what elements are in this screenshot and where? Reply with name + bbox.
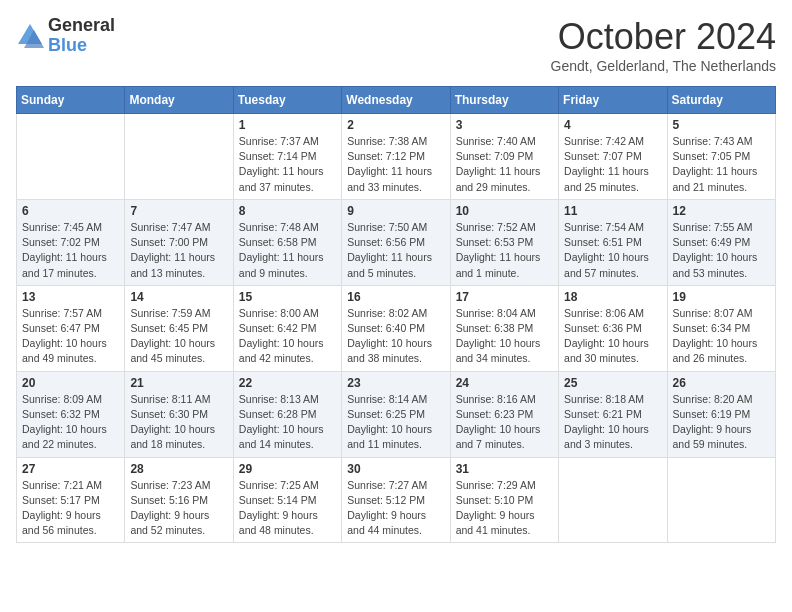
day-info: Sunrise: 7:21 AM Sunset: 5:17 PM Dayligh… (22, 478, 119, 539)
day-number: 3 (456, 118, 553, 132)
calendar-cell: 11Sunrise: 7:54 AM Sunset: 6:51 PM Dayli… (559, 199, 667, 285)
day-number: 26 (673, 376, 770, 390)
day-number: 1 (239, 118, 336, 132)
day-info: Sunrise: 7:57 AM Sunset: 6:47 PM Dayligh… (22, 306, 119, 367)
header-cell-wednesday: Wednesday (342, 87, 450, 114)
calendar-cell: 1Sunrise: 7:37 AM Sunset: 7:14 PM Daylig… (233, 114, 341, 200)
day-number: 18 (564, 290, 661, 304)
day-number: 24 (456, 376, 553, 390)
calendar-cell: 9Sunrise: 7:50 AM Sunset: 6:56 PM Daylig… (342, 199, 450, 285)
calendar-cell: 8Sunrise: 7:48 AM Sunset: 6:58 PM Daylig… (233, 199, 341, 285)
day-number: 13 (22, 290, 119, 304)
calendar-cell: 23Sunrise: 8:14 AM Sunset: 6:25 PM Dayli… (342, 371, 450, 457)
day-number: 10 (456, 204, 553, 218)
day-info: Sunrise: 7:42 AM Sunset: 7:07 PM Dayligh… (564, 134, 661, 195)
calendar-cell: 29Sunrise: 7:25 AM Sunset: 5:14 PM Dayli… (233, 457, 341, 543)
day-info: Sunrise: 8:04 AM Sunset: 6:38 PM Dayligh… (456, 306, 553, 367)
day-number: 27 (22, 462, 119, 476)
header-cell-tuesday: Tuesday (233, 87, 341, 114)
logo-text: General Blue (48, 16, 115, 56)
day-number: 2 (347, 118, 444, 132)
calendar-cell: 6Sunrise: 7:45 AM Sunset: 7:02 PM Daylig… (17, 199, 125, 285)
day-info: Sunrise: 8:11 AM Sunset: 6:30 PM Dayligh… (130, 392, 227, 453)
calendar-cell: 27Sunrise: 7:21 AM Sunset: 5:17 PM Dayli… (17, 457, 125, 543)
calendar-body: 1Sunrise: 7:37 AM Sunset: 7:14 PM Daylig… (17, 114, 776, 543)
day-number: 17 (456, 290, 553, 304)
day-number: 4 (564, 118, 661, 132)
header-cell-thursday: Thursday (450, 87, 558, 114)
day-info: Sunrise: 7:25 AM Sunset: 5:14 PM Dayligh… (239, 478, 336, 539)
day-number: 15 (239, 290, 336, 304)
day-info: Sunrise: 7:40 AM Sunset: 7:09 PM Dayligh… (456, 134, 553, 195)
logo-icon (16, 22, 44, 50)
day-info: Sunrise: 8:07 AM Sunset: 6:34 PM Dayligh… (673, 306, 770, 367)
day-number: 25 (564, 376, 661, 390)
calendar-cell: 2Sunrise: 7:38 AM Sunset: 7:12 PM Daylig… (342, 114, 450, 200)
calendar-cell: 12Sunrise: 7:55 AM Sunset: 6:49 PM Dayli… (667, 199, 775, 285)
calendar-cell: 24Sunrise: 8:16 AM Sunset: 6:23 PM Dayli… (450, 371, 558, 457)
day-info: Sunrise: 8:09 AM Sunset: 6:32 PM Dayligh… (22, 392, 119, 453)
day-number: 11 (564, 204, 661, 218)
calendar-cell: 25Sunrise: 8:18 AM Sunset: 6:21 PM Dayli… (559, 371, 667, 457)
day-number: 29 (239, 462, 336, 476)
day-number: 14 (130, 290, 227, 304)
calendar-cell: 20Sunrise: 8:09 AM Sunset: 6:32 PM Dayli… (17, 371, 125, 457)
day-info: Sunrise: 8:14 AM Sunset: 6:25 PM Dayligh… (347, 392, 444, 453)
calendar-cell: 7Sunrise: 7:47 AM Sunset: 7:00 PM Daylig… (125, 199, 233, 285)
calendar-week-1: 1Sunrise: 7:37 AM Sunset: 7:14 PM Daylig… (17, 114, 776, 200)
calendar-cell: 22Sunrise: 8:13 AM Sunset: 6:28 PM Dayli… (233, 371, 341, 457)
day-number: 6 (22, 204, 119, 218)
logo-general-text: General (48, 16, 115, 36)
calendar-cell: 17Sunrise: 8:04 AM Sunset: 6:38 PM Dayli… (450, 285, 558, 371)
day-info: Sunrise: 8:02 AM Sunset: 6:40 PM Dayligh… (347, 306, 444, 367)
calendar-week-3: 13Sunrise: 7:57 AM Sunset: 6:47 PM Dayli… (17, 285, 776, 371)
calendar-cell: 14Sunrise: 7:59 AM Sunset: 6:45 PM Dayli… (125, 285, 233, 371)
day-number: 19 (673, 290, 770, 304)
calendar-week-4: 20Sunrise: 8:09 AM Sunset: 6:32 PM Dayli… (17, 371, 776, 457)
day-info: Sunrise: 8:06 AM Sunset: 6:36 PM Dayligh… (564, 306, 661, 367)
calendar-cell (17, 114, 125, 200)
calendar-cell: 28Sunrise: 7:23 AM Sunset: 5:16 PM Dayli… (125, 457, 233, 543)
day-info: Sunrise: 8:16 AM Sunset: 6:23 PM Dayligh… (456, 392, 553, 453)
header-cell-friday: Friday (559, 87, 667, 114)
day-info: Sunrise: 8:00 AM Sunset: 6:42 PM Dayligh… (239, 306, 336, 367)
logo-blue-text: Blue (48, 36, 115, 56)
calendar-cell (667, 457, 775, 543)
day-info: Sunrise: 7:43 AM Sunset: 7:05 PM Dayligh… (673, 134, 770, 195)
day-info: Sunrise: 8:13 AM Sunset: 6:28 PM Dayligh… (239, 392, 336, 453)
day-info: Sunrise: 7:55 AM Sunset: 6:49 PM Dayligh… (673, 220, 770, 281)
day-info: Sunrise: 7:59 AM Sunset: 6:45 PM Dayligh… (130, 306, 227, 367)
day-number: 22 (239, 376, 336, 390)
day-info: Sunrise: 7:48 AM Sunset: 6:58 PM Dayligh… (239, 220, 336, 281)
day-info: Sunrise: 7:54 AM Sunset: 6:51 PM Dayligh… (564, 220, 661, 281)
day-info: Sunrise: 7:37 AM Sunset: 7:14 PM Dayligh… (239, 134, 336, 195)
day-number: 21 (130, 376, 227, 390)
day-info: Sunrise: 8:20 AM Sunset: 6:19 PM Dayligh… (673, 392, 770, 453)
calendar-header: SundayMondayTuesdayWednesdayThursdayFrid… (17, 87, 776, 114)
day-info: Sunrise: 8:18 AM Sunset: 6:21 PM Dayligh… (564, 392, 661, 453)
header-row: SundayMondayTuesdayWednesdayThursdayFrid… (17, 87, 776, 114)
day-number: 30 (347, 462, 444, 476)
calendar-cell: 16Sunrise: 8:02 AM Sunset: 6:40 PM Dayli… (342, 285, 450, 371)
day-info: Sunrise: 7:29 AM Sunset: 5:10 PM Dayligh… (456, 478, 553, 539)
header-cell-monday: Monday (125, 87, 233, 114)
day-info: Sunrise: 7:27 AM Sunset: 5:12 PM Dayligh… (347, 478, 444, 539)
page-header: General Blue October 2024 Gendt, Gelderl… (16, 16, 776, 74)
day-number: 28 (130, 462, 227, 476)
calendar-cell: 10Sunrise: 7:52 AM Sunset: 6:53 PM Dayli… (450, 199, 558, 285)
day-info: Sunrise: 7:47 AM Sunset: 7:00 PM Dayligh… (130, 220, 227, 281)
day-number: 7 (130, 204, 227, 218)
logo: General Blue (16, 16, 115, 56)
calendar-cell: 30Sunrise: 7:27 AM Sunset: 5:12 PM Dayli… (342, 457, 450, 543)
day-info: Sunrise: 7:23 AM Sunset: 5:16 PM Dayligh… (130, 478, 227, 539)
day-info: Sunrise: 7:45 AM Sunset: 7:02 PM Dayligh… (22, 220, 119, 281)
calendar-week-5: 27Sunrise: 7:21 AM Sunset: 5:17 PM Dayli… (17, 457, 776, 543)
day-number: 23 (347, 376, 444, 390)
calendar-cell: 21Sunrise: 8:11 AM Sunset: 6:30 PM Dayli… (125, 371, 233, 457)
calendar-cell (559, 457, 667, 543)
calendar-cell: 15Sunrise: 8:00 AM Sunset: 6:42 PM Dayli… (233, 285, 341, 371)
day-number: 31 (456, 462, 553, 476)
calendar-cell: 13Sunrise: 7:57 AM Sunset: 6:47 PM Dayli… (17, 285, 125, 371)
day-number: 16 (347, 290, 444, 304)
header-cell-saturday: Saturday (667, 87, 775, 114)
